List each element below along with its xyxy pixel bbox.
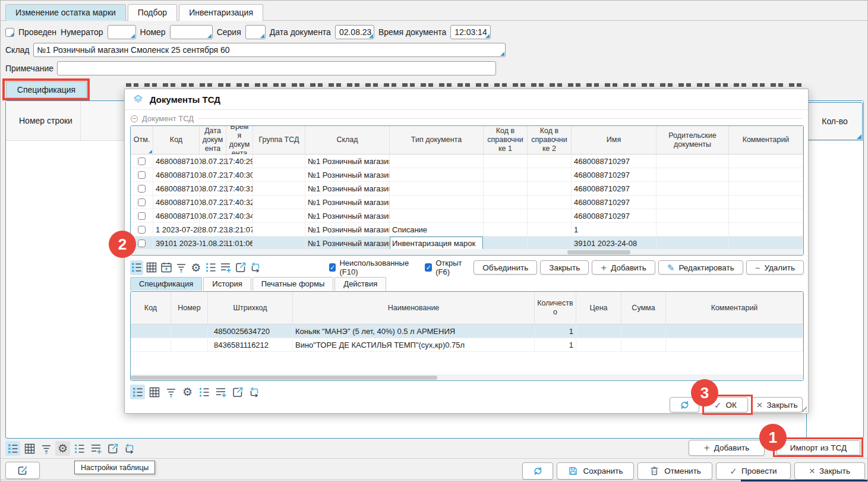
numbered-list-button[interactable] <box>197 385 212 399</box>
numbered-list-button[interactable] <box>72 441 87 456</box>
view-list-button[interactable] <box>5 441 20 456</box>
col-mark[interactable]: Отм. <box>131 126 153 154</box>
col-doc-date[interactable]: Дата документа <box>200 126 226 154</box>
tsd-table-hscrollbar[interactable] <box>131 249 803 255</box>
doc-date-input[interactable]: 02.08.23 <box>335 25 374 39</box>
open-external-button[interactable] <box>105 441 120 456</box>
annotation-step-2: 2 <box>109 231 136 258</box>
tsd-document-row[interactable]: 1 2023-07-28 28.07.23 18:21:07 №1 Рознич… <box>131 223 803 237</box>
add-row-button[interactable]: +Добавить <box>689 440 765 456</box>
col-name[interactable]: Имя <box>572 126 656 154</box>
col-doc-time[interactable]: Время документа <box>226 126 253 154</box>
spec-section-tab[interactable]: Спецификация <box>6 81 87 98</box>
series-input[interactable] <box>245 25 266 39</box>
import-from-tsd-button[interactable]: Импорт из ТСД <box>777 440 860 455</box>
tsd-document-row[interactable]: 46800887102 08.07.23 17:40:29 №1 Розничн… <box>131 155 803 168</box>
tab-actions[interactable]: Действия <box>334 277 386 291</box>
save-button[interactable]: Сохранить <box>557 462 634 480</box>
reload-button[interactable] <box>122 441 137 456</box>
edit-doc-button[interactable]: ✎Редактировать <box>658 260 743 275</box>
view-list-button[interactable] <box>130 385 145 399</box>
view-grid-button[interactable] <box>145 260 158 275</box>
col-spec-number[interactable]: Номер <box>171 292 208 324</box>
tab-history[interactable]: История <box>203 277 251 291</box>
tab-podbor[interactable]: Подбор <box>128 4 177 21</box>
col-ref-code-2[interactable]: Код в справочнике 2 <box>528 126 572 154</box>
add-to-list-button[interactable] <box>219 260 232 275</box>
numbered-list-button[interactable] <box>204 260 217 275</box>
col-spec-code[interactable]: Код <box>131 292 171 324</box>
tsd-document-row[interactable]: 46800887102 08.07.23 17:40:30 №1 Розничн… <box>131 168 803 182</box>
row-select-checkbox[interactable] <box>138 212 146 220</box>
filter-button[interactable] <box>163 385 178 399</box>
col-code[interactable]: Код <box>153 126 200 154</box>
settings-gear-button[interactable]: ⚙ <box>190 260 203 275</box>
posted-checkbox[interactable] <box>5 28 14 37</box>
col-item-name[interactable]: Наименование <box>293 292 535 324</box>
col-tsd-group[interactable]: Группа ТСД <box>253 126 305 154</box>
tsd-document-row[interactable]: 46800887102 08.07.23 17:40:31 №1 Розничн… <box>131 182 803 196</box>
reload-button[interactable] <box>247 385 261 399</box>
col-qty[interactable]: Количество <box>535 292 576 324</box>
post-button[interactable]: ✓Провести <box>716 462 791 480</box>
scrollbar-thumb[interactable] <box>567 250 630 254</box>
tab-specification[interactable]: Спецификация <box>130 277 202 291</box>
row-select-checkbox[interactable] <box>138 157 146 165</box>
reload-button[interactable] <box>249 260 262 275</box>
calendar-filter-button[interactable] <box>160 260 173 275</box>
row-select-checkbox[interactable] <box>138 171 146 179</box>
row-select-checkbox[interactable] <box>138 226 146 234</box>
add-doc-button[interactable]: +Добавить <box>592 260 655 275</box>
number-input[interactable] <box>170 25 213 39</box>
note-input[interactable] <box>57 61 496 75</box>
col-comment[interactable]: Комментарий <box>729 126 803 154</box>
warehouse-input[interactable]: №1 Розничный магазин Смоленск 25 сентябр… <box>33 43 506 57</box>
row-select-checkbox[interactable] <box>138 240 146 247</box>
numerator-input[interactable] <box>108 25 136 39</box>
refresh-button[interactable] <box>522 462 553 480</box>
col-row-number[interactable]: Номер строки <box>6 101 81 140</box>
row-select-checkbox[interactable] <box>138 185 146 193</box>
col-sum[interactable]: Сумма <box>621 292 666 324</box>
open-external-button[interactable] <box>234 260 247 275</box>
unused-checkbox[interactable] <box>329 263 336 272</box>
open-checkbox[interactable] <box>425 263 432 272</box>
settings-gear-button[interactable]: ⚙ <box>180 385 195 399</box>
col-quantity[interactable]: Кол-во <box>807 102 863 140</box>
dialog-close-button[interactable]: ×Закрыть <box>752 397 803 412</box>
col-price[interactable]: Цена <box>576 292 621 324</box>
collapse-icon[interactable] <box>131 115 138 122</box>
delete-doc-button[interactable]: −Удалить <box>746 260 804 275</box>
tsd-document-row[interactable]: 46800887102 08.07.23 17:40:32 №1 Розничн… <box>131 196 803 209</box>
merge-button[interactable]: Объединить <box>474 260 537 275</box>
col-barcode[interactable]: Штрихкод <box>208 292 293 324</box>
tab-inventory[interactable]: Инвентаризация <box>179 4 263 21</box>
tab-print-forms[interactable]: Печатные формы <box>252 277 334 291</box>
tab-change-stamp-balance[interactable]: Изменение остатка марки <box>5 4 126 21</box>
col-ref-code-1[interactable]: Код в справочнике 1 <box>484 126 528 154</box>
tsd-document-row[interactable]: 39101 2023-2 01.08.23 11:01:06 №1 Рознич… <box>131 237 803 250</box>
tsd-document-row[interactable]: 46800887102 08.07.23 17:40:34 №1 Розничн… <box>131 209 803 223</box>
col-spec-comment[interactable]: Комментарий <box>666 292 803 324</box>
add-to-list-button[interactable] <box>89 441 103 456</box>
add-to-list-button[interactable] <box>213 385 228 399</box>
col-doc-type[interactable]: Тип документа <box>390 126 484 154</box>
view-list-button[interactable] <box>130 260 143 275</box>
filter-button[interactable] <box>175 260 188 275</box>
close-doc-button[interactable]: Закрыть <box>540 260 589 275</box>
view-grid-button[interactable] <box>147 385 162 399</box>
col-parent-docs[interactable]: Родительские документы <box>656 126 729 154</box>
view-grid-button[interactable] <box>22 441 37 456</box>
close-button[interactable]: ×Закрыть <box>794 462 865 480</box>
edit-table-button[interactable] <box>5 462 40 479</box>
spec-item-row[interactable]: 8436581116212 Вино"ТОРЕ ДЕ КАСТИЛЬЯ ТЕМП… <box>131 338 803 352</box>
settings-gear-button[interactable]: ⚙ <box>55 441 70 456</box>
open-external-button[interactable] <box>230 385 245 399</box>
doc-time-input[interactable]: 12:03:14 <box>450 25 491 39</box>
row-select-checkbox[interactable] <box>138 199 146 206</box>
filter-button[interactable] <box>39 441 53 456</box>
spec-item-row[interactable]: 4850025634720 Коньяк "МАНЭ" (5 лет, 40%)… <box>131 325 803 338</box>
col-warehouse[interactable]: Склад <box>305 126 390 154</box>
scrollbar-thumb[interactable] <box>131 376 437 380</box>
cancel-button[interactable]: Отменить <box>637 462 712 480</box>
